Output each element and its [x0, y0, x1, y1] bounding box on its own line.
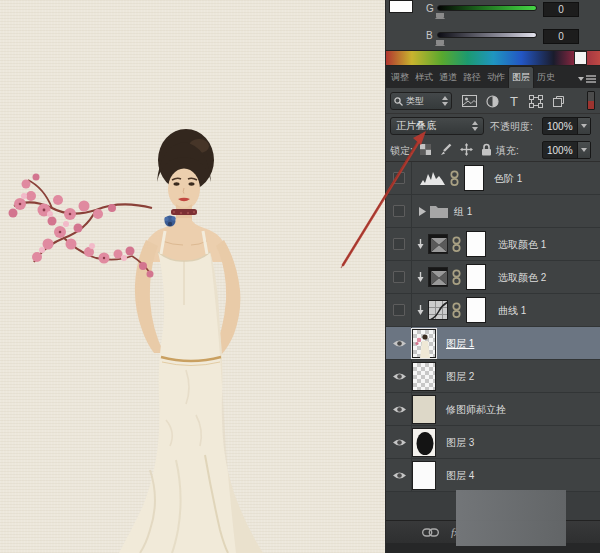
layer-row-group1[interactable]: 组 1	[386, 195, 600, 228]
color-swatch[interactable]	[389, 0, 413, 13]
filter-smart-object-icon[interactable]	[552, 95, 565, 108]
spectrum-gradient-bar[interactable]	[386, 50, 600, 66]
visibility-cell[interactable]	[386, 327, 412, 359]
clip-arrow-icon	[416, 272, 425, 283]
eye-icon[interactable]	[392, 338, 407, 349]
layer-row-layer1-selected[interactable]: 图层 1	[386, 327, 600, 360]
layer-row-selectivecolor1[interactable]: 选取颜色 1	[386, 228, 600, 261]
visibility-cell[interactable]	[386, 294, 412, 326]
link-icon	[452, 269, 461, 286]
layers-panel: G 0 B 0 调整 样式 通道 路径 动作 图层 历史	[385, 0, 600, 553]
blue-channel-slider[interactable]	[437, 32, 537, 38]
link-icon	[450, 170, 459, 187]
green-channel-value[interactable]: 0	[543, 2, 579, 17]
layer-name[interactable]: 选取颜色 1	[498, 238, 546, 252]
layer-thumbnail[interactable]	[412, 428, 436, 457]
filter-kind-select[interactable]: 类型	[390, 92, 452, 110]
tab-layers[interactable]: 图层	[508, 66, 534, 88]
layer-name[interactable]: 组 1	[454, 205, 472, 219]
photo-woman-portrait	[0, 0, 385, 553]
channel-sliders-section: G 0 B 0	[386, 0, 600, 50]
lock-pixels-icon[interactable]	[439, 143, 452, 156]
layer-name[interactable]: 修图师郝立拴	[446, 403, 506, 417]
fill-dropdown-icon[interactable]	[577, 142, 590, 158]
visibility-empty-box[interactable]	[393, 172, 405, 184]
visibility-cell[interactable]	[386, 195, 412, 227]
layer-row-layer3[interactable]: 图层 3	[386, 426, 600, 459]
selective-color-icon[interactable]	[428, 267, 448, 287]
layer-name[interactable]: 图层 4	[446, 469, 474, 483]
layer-name[interactable]: 图层 1	[446, 337, 474, 351]
opacity-label: 不透明度:	[490, 120, 533, 134]
layer-row-layer4[interactable]: 图层 4	[386, 459, 600, 492]
eye-icon[interactable]	[392, 470, 407, 481]
blue-channel-label: B	[426, 31, 433, 41]
tab-adjustments[interactable]: 调整	[388, 67, 412, 88]
layer-thumbnail[interactable]	[412, 395, 436, 424]
chain-link-icon[interactable]	[422, 528, 439, 537]
layer-row-layer2[interactable]: 图层 2	[386, 360, 600, 393]
layer-mask-thumbnail[interactable]	[464, 165, 484, 191]
filter-adjustment-layers-icon[interactable]	[486, 95, 499, 108]
opacity-dropdown-icon[interactable]	[577, 118, 590, 134]
blue-slider-knob[interactable]	[435, 40, 445, 46]
filter-type-layers-icon[interactable]: T	[508, 95, 520, 107]
eye-icon[interactable]	[392, 404, 407, 415]
layer-name[interactable]: 曲线 1	[498, 304, 526, 318]
eye-icon[interactable]	[392, 371, 407, 382]
visibility-empty-box[interactable]	[393, 271, 405, 283]
lock-all-icon[interactable]	[481, 143, 492, 156]
blend-mode-value: 正片叠底	[396, 119, 472, 133]
layer-thumbnail[interactable]	[412, 461, 436, 490]
layer-row-selectivecolor2[interactable]: 选取颜色 2	[386, 261, 600, 294]
tab-paths[interactable]: 路径	[460, 67, 484, 88]
filter-toggle-switch[interactable]	[587, 91, 595, 110]
expand-triangle-icon[interactable]	[419, 207, 426, 216]
layer-name[interactable]: 色阶 1	[494, 172, 522, 186]
blend-mode-select[interactable]: 正片叠底	[390, 117, 484, 135]
layer-row-levels1[interactable]: 色阶 1	[386, 162, 600, 195]
layer-row-curves1[interactable]: 曲线 1	[386, 294, 600, 327]
blue-channel-value[interactable]: 0	[543, 29, 579, 44]
visibility-empty-box[interactable]	[393, 205, 405, 217]
tab-channels[interactable]: 通道	[436, 67, 460, 88]
layer-mask-thumbnail[interactable]	[466, 264, 486, 290]
visibility-cell[interactable]	[386, 360, 412, 392]
visibility-cell[interactable]	[386, 162, 412, 194]
layer-mask-thumbnail[interactable]	[466, 297, 486, 323]
panel-menu-icon[interactable]	[578, 75, 599, 88]
layer-name[interactable]: 图层 2	[446, 370, 474, 384]
visibility-empty-box[interactable]	[393, 238, 405, 250]
lock-position-icon[interactable]	[460, 143, 473, 156]
layer-name[interactable]: 选取颜色 2	[498, 271, 546, 285]
visibility-cell[interactable]	[386, 426, 412, 458]
layer-thumbnail[interactable]	[412, 362, 436, 391]
selective-color-icon[interactable]	[428, 234, 448, 254]
tab-actions[interactable]: 动作	[484, 67, 508, 88]
green-channel-label: G	[426, 4, 434, 14]
visibility-empty-box[interactable]	[393, 304, 405, 316]
layer-thumbnail[interactable]	[412, 329, 436, 358]
visibility-cell[interactable]	[386, 393, 412, 425]
tab-styles[interactable]: 样式	[412, 67, 436, 88]
layer-row-retoucher[interactable]: 修图师郝立拴	[386, 393, 600, 426]
layer-mask-thumbnail[interactable]	[466, 231, 486, 257]
document-canvas[interactable]	[0, 0, 385, 553]
tab-history[interactable]: 历史	[534, 67, 558, 88]
filter-pixel-layers-icon[interactable]	[462, 95, 477, 107]
layer-name[interactable]: 图层 3	[446, 436, 474, 450]
curves-icon[interactable]	[428, 300, 448, 320]
lock-transparency-icon[interactable]	[420, 144, 431, 155]
opacity-value: 100%	[543, 121, 577, 132]
eye-icon[interactable]	[392, 437, 407, 448]
visibility-cell[interactable]	[386, 228, 412, 260]
filter-shape-layers-icon[interactable]	[529, 95, 543, 108]
opacity-field[interactable]: 100%	[542, 117, 591, 135]
green-slider-knob[interactable]	[435, 13, 445, 19]
visibility-cell[interactable]	[386, 261, 412, 293]
visibility-cell[interactable]	[386, 459, 412, 491]
fill-field[interactable]: 100%	[542, 141, 591, 159]
gray-overlay-box	[456, 490, 566, 546]
gradient-handle[interactable]	[574, 51, 587, 65]
green-channel-slider[interactable]	[437, 5, 537, 11]
